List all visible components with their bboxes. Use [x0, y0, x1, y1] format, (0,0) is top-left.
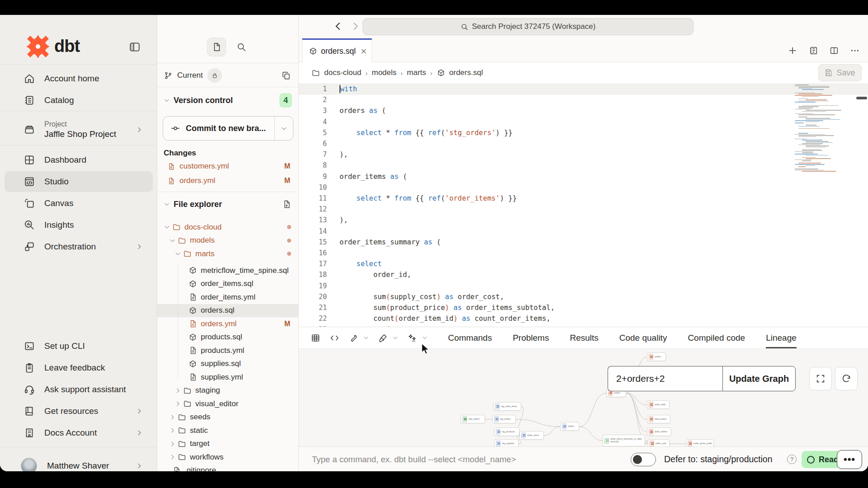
- sidebar-collapse-icon[interactable]: [129, 41, 141, 53]
- lineage-node-order_items[interactable]: order_items: [519, 431, 544, 440]
- file-explorer-header[interactable]: File explorer: [157, 197, 298, 212]
- tree-item-metricflow-time-spine-sql[interactable]: metricflow_time_spine.sql: [157, 264, 298, 277]
- code-tool-icon[interactable]: [330, 333, 340, 343]
- code-editor[interactable]: 1with23orders as (45 select * from {{ re…: [299, 83, 868, 327]
- workspace-search-bar[interactable]: Search Project 372475 (Workspace): [363, 18, 693, 35]
- lineage-node-drink_orders[interactable]: drink_orders: [647, 427, 671, 436]
- code-line-16[interactable]: 16: [299, 248, 868, 258]
- sidebar-item-studio[interactable]: Studio: [5, 171, 153, 192]
- code-line-7[interactable]: 7),: [299, 149, 868, 160]
- sidebar-item-docs-account[interactable]: Docs Account: [5, 422, 153, 443]
- code-line-17[interactable]: 17 select: [299, 258, 868, 269]
- code-line-8[interactable]: 8: [299, 160, 868, 171]
- chevron-down-icon[interactable]: [422, 335, 428, 341]
- editor-scrollbar-thumb[interactable]: [856, 97, 867, 99]
- lineage-node-stg_order_items[interactable]: stg_order_items: [493, 402, 521, 411]
- code-line-13[interactable]: 13),: [299, 215, 868, 225]
- wrench-tool-icon[interactable]: [349, 333, 359, 343]
- lineage-node-orders_top[interactable]: orders: [647, 352, 666, 361]
- lineage-fullscreen-button[interactable]: [809, 367, 832, 390]
- lineage-node-food_orders[interactable]: food_orders: [647, 415, 670, 423]
- status-more-button[interactable]: •••: [837, 450, 862, 469]
- version-control-header[interactable]: Version control 4: [157, 93, 298, 108]
- code-line-19[interactable]: 19: [299, 281, 868, 291]
- tree-item-workflows[interactable]: workflows: [157, 450, 298, 464]
- code-line-11[interactable]: 11 select * from {{ ref('order_items') }…: [299, 193, 868, 204]
- tree-item-products-sql[interactable]: products.sql: [157, 331, 298, 344]
- lineage-node-summary_test[interactable]: order_items_summary_is_valid correctly: [603, 435, 645, 446]
- command-input[interactable]: Type a command, ex. dbt build --select <…: [312, 447, 516, 471]
- tree-item-order-items-sql[interactable]: order_items.sql: [157, 277, 298, 291]
- code-line-21[interactable]: 21 sum(product_price) as order_items_sub…: [299, 302, 868, 313]
- help-icon[interactable]: ?: [787, 455, 797, 464]
- code-line-4[interactable]: 4: [299, 117, 868, 127]
- code-line-12[interactable]: 12: [299, 204, 868, 215]
- sidebar-item-project[interactable]: Project Jaffle Shop Project: [5, 115, 153, 144]
- code-line-1[interactable]: 1with: [299, 84, 868, 94]
- code-line-14[interactable]: 14: [299, 226, 868, 237]
- commit-button[interactable]: Commit to new bra...: [163, 116, 293, 141]
- lineage-canvas[interactable]: raw_ordersstg_order_itemsstg_ordersstg_p…: [299, 348, 868, 447]
- code-line-5[interactable]: 5 select * from {{ ref('stg_orders') }}: [299, 127, 868, 138]
- panel-tab-lineage[interactable]: Lineage: [766, 327, 797, 348]
- lineage-refresh-button[interactable]: [835, 367, 858, 390]
- sidebar-item-dashboard[interactable]: Dashboard: [5, 150, 153, 170]
- sidebar-item-ask-support[interactable]: Ask support assistant: [5, 379, 153, 400]
- sidebar-item-insights[interactable]: Insights: [5, 215, 153, 235]
- tree-item--gitignore[interactable]: .gitignore: [157, 464, 298, 472]
- lineage-node-stg_supplies[interactable]: stg_supplies: [494, 439, 519, 447]
- new-tab-plus-icon[interactable]: [788, 46, 797, 56]
- sidebar-item-setup-cli[interactable]: Set up CLI: [5, 336, 153, 357]
- code-line-9[interactable]: 9order_items as (: [299, 171, 868, 182]
- table-tool-icon[interactable]: [311, 333, 321, 343]
- tree-item-seeds[interactable]: seeds: [157, 411, 298, 424]
- search-files-button[interactable]: [232, 38, 251, 56]
- branch-row[interactable]: Current: [157, 64, 298, 87]
- panel-tab-code-quality[interactable]: Code quality: [619, 327, 667, 348]
- tree-item-docs-cloud[interactable]: docs-cloud: [157, 221, 298, 234]
- chevron-down-icon[interactable]: [392, 335, 398, 341]
- breadcrumb-item[interactable]: marts: [407, 68, 426, 77]
- copy-icon[interactable]: [281, 70, 291, 80]
- sidebar-user-row[interactable]: Matthew Shaver: [5, 454, 153, 471]
- commit-options-caret[interactable]: [275, 125, 293, 132]
- tree-item-order-items-yml[interactable]: order_items.yml: [157, 291, 298, 304]
- tree-item-orders-sql[interactable]: orders.sql: [157, 304, 298, 318]
- forward-arrow-button[interactable]: [349, 20, 361, 32]
- lineage-node-order_total[interactable]: order_total: [647, 400, 670, 409]
- tree-item-marts[interactable]: marts: [157, 247, 298, 261]
- files-view-button[interactable]: [207, 38, 226, 56]
- lineage-node-stg_products[interactable]: stg_products: [494, 427, 519, 436]
- changed-file-row[interactable]: customers.ymlM: [157, 160, 298, 173]
- code-line-3[interactable]: 3orders as (: [299, 105, 868, 116]
- code-line-15[interactable]: 15order_items_summary as (: [299, 237, 868, 248]
- tab-orders-sql[interactable]: orders.sql: [302, 38, 372, 62]
- breadcrumb-item[interactable]: docs-cloud: [324, 68, 361, 77]
- lineage-selector-input[interactable]: 2+orders+2: [608, 366, 722, 391]
- tree-item-staging[interactable]: staging: [157, 384, 298, 398]
- code-line-20[interactable]: 20 sum(supply_cost) as order_cost,: [299, 291, 868, 302]
- sidebar-item-catalog[interactable]: Catalog: [5, 90, 153, 111]
- code-line-2[interactable]: 2: [299, 94, 868, 105]
- tree-item-target[interactable]: target: [157, 437, 298, 451]
- sidebar-item-orchestration[interactable]: Orchestration: [5, 236, 153, 257]
- panel-tab-commands[interactable]: Commands: [448, 327, 492, 348]
- save-button[interactable]: Save: [818, 64, 862, 81]
- new-file-icon[interactable]: [282, 200, 291, 209]
- sidebar-item-canvas[interactable]: Canvas: [5, 193, 153, 214]
- code-line-10[interactable]: 10: [299, 182, 868, 193]
- lineage-node-stg_orders[interactable]: stg_orders: [492, 415, 516, 423]
- panel-tab-compiled-code[interactable]: Compiled code: [688, 327, 745, 348]
- code-line-18[interactable]: 18 order_id,: [299, 269, 868, 280]
- sidebar-item-leave-feedback[interactable]: Leave feedback: [5, 357, 153, 378]
- lineage-node-raw_orders[interactable]: raw_orders: [461, 415, 485, 423]
- defer-toggle[interactable]: [631, 453, 656, 466]
- lineage-node-orders_mid[interactable]: orders: [560, 422, 579, 431]
- tree-item-supplies-sql[interactable]: supplies.sql: [157, 357, 298, 371]
- sidebar-item-account-home[interactable]: Account home: [5, 68, 153, 89]
- back-arrow-button[interactable]: [332, 20, 344, 32]
- more-options-icon[interactable]: [850, 46, 860, 56]
- sidebar-item-get-resources[interactable]: Get resources: [5, 401, 153, 422]
- close-tab-icon[interactable]: [360, 48, 367, 55]
- tree-item-static[interactable]: static: [157, 424, 298, 437]
